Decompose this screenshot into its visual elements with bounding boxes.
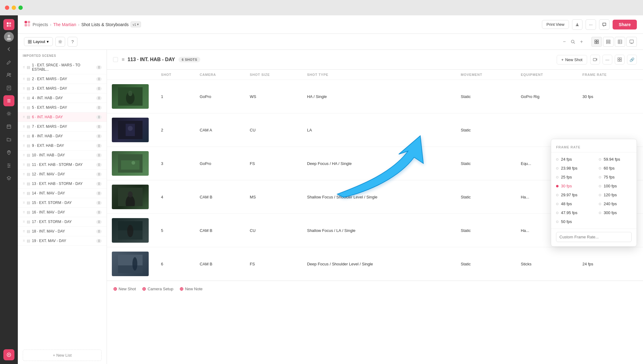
users-icon[interactable] — [3, 69, 14, 80]
minus-action-button[interactable]: — — [602, 55, 612, 65]
scene-item[interactable]: ⠿ ▤ 18 · INT. MAV - DAY 0 — [18, 227, 107, 236]
svg-rect-0 — [7, 22, 9, 24]
frame-rate-value[interactable]: 24 fps — [578, 247, 643, 281]
frame-rate-item-2997[interactable]: 29.97 fps — [551, 190, 594, 199]
location-icon[interactable] — [3, 147, 14, 158]
notification-icon[interactable] — [3, 349, 14, 360]
table-view-button[interactable] — [615, 37, 625, 47]
more-options-icon[interactable]: ··· — [586, 19, 596, 30]
scene-item[interactable]: ⠿ ▤ 7 · EXT. MARS - DAY 0 — [18, 122, 107, 131]
maximize-button[interactable] — [18, 6, 23, 10]
scene-item[interactable]: ⠿ ▤ 15 · EXT. STORM - DAY 0 — [18, 198, 107, 208]
frame-rate-item-120[interactable]: 120 fps — [594, 190, 637, 199]
frame-rate-item-4795[interactable]: 47.95 fps — [551, 208, 594, 217]
scene-item[interactable]: ⠿ ▤ 4 · INT. HAB - DAY 0 — [18, 93, 107, 103]
new-shot-footer-button[interactable]: ⊕ New Shot — [113, 286, 136, 292]
version-badge[interactable]: v1 ▾ — [131, 22, 141, 27]
layout-button[interactable]: Layout ▾ — [24, 37, 53, 46]
gear-icon[interactable] — [3, 108, 14, 119]
frame-rate-item-30[interactable]: 30 fps — [551, 182, 594, 190]
scene-item[interactable]: ⠿ ▤ 5 · EXT. MARS - DAY 0 — [18, 103, 107, 112]
scene-item-active[interactable]: ⠿ ▤ 6 · INT. HAB - DAY 0 — [18, 112, 107, 122]
frame-rate-item-60[interactable]: 60 fps — [594, 164, 637, 173]
comment-icon[interactable] — [599, 19, 610, 30]
frame-rate-item-300[interactable]: 300 fps — [594, 208, 637, 217]
sliders-icon[interactable] — [3, 160, 14, 171]
frame-rate-item-24[interactable]: 24 fps — [551, 155, 594, 164]
folder-icon[interactable] — [3, 134, 14, 145]
scene-icon: ▤ — [27, 77, 30, 81]
zoom-out-button[interactable]: − — [560, 37, 569, 46]
grid-view-button[interactable] — [591, 37, 602, 47]
svg-rect-31 — [28, 24, 30, 26]
frame-rate-item-100[interactable]: 100 fps — [594, 182, 637, 190]
custom-frame-rate-input[interactable] — [556, 232, 632, 242]
share-button[interactable]: Share — [613, 20, 637, 29]
back-icon[interactable] — [3, 44, 14, 55]
svg-rect-54 — [620, 58, 621, 59]
film-action-button[interactable] — [590, 55, 600, 65]
new-note-footer-button[interactable]: ⊕ New Note — [179, 286, 202, 292]
scene-item[interactable]: ⠿ ▤ 3 · EXT. MARS - DAY 0 — [18, 84, 107, 93]
toolbar: Layout ▾ ? − + — [18, 34, 643, 50]
new-list-button[interactable]: + New List — [23, 350, 102, 361]
svg-rect-64 — [121, 160, 139, 170]
layers-icon[interactable] — [3, 173, 14, 184]
svg-rect-53 — [618, 58, 619, 59]
svg-rect-15 — [7, 125, 11, 128]
frame-rate-value[interactable]: 30 fps — [578, 80, 643, 113]
frame-rate-item-25[interactable]: 25 fps — [551, 173, 594, 182]
scene-item[interactable]: ⠿ ▤ 11 · EXT. HAB - STORM - DAY 0 — [18, 160, 107, 170]
scene-item[interactable]: ⠿ ▤ 19 · EXT. MAV - DAY 0 — [18, 236, 107, 246]
grid-action-button[interactable] — [615, 55, 625, 65]
project-link[interactable]: The Martian — [53, 22, 76, 27]
breadcrumb-sep2: › — [78, 22, 80, 27]
frame-rate-item-48[interactable]: 48 fps — [551, 199, 594, 208]
preview-view-button[interactable] — [626, 37, 637, 47]
avatar[interactable] — [4, 32, 14, 42]
table-row[interactable]: 6 CAM B FS Deep Focus / Shoulder Level /… — [107, 247, 643, 281]
settings-icon[interactable] — [55, 37, 65, 47]
frame-rate-item-240[interactable]: 240 fps — [594, 199, 637, 208]
fr-radio — [556, 176, 559, 178]
link-action-button[interactable]: 🔗 — [627, 55, 637, 65]
table-row[interactable]: 1 GoPro WS HA / Single Static GoPro Rig … — [107, 80, 643, 113]
scene-item[interactable]: ⠿ ▤ 13 · EXT. HAB - STORM - DAY 0 — [18, 179, 107, 189]
download-icon[interactable] — [572, 19, 582, 30]
frame-rate-item-50[interactable]: 50 fps — [551, 217, 594, 226]
zoom-in-button[interactable]: + — [577, 37, 586, 46]
calendar-icon[interactable] — [3, 121, 14, 132]
pencil-icon[interactable] — [3, 57, 14, 68]
scene-item[interactable]: ⠿ ▤ 16 · INT. MAV - DAY 0 — [18, 208, 107, 217]
scene-item[interactable]: ⠿ ▤ 10 · INT. HAB - DAY 0 — [18, 151, 107, 160]
list-icon[interactable] — [3, 95, 14, 106]
scene-select-checkbox[interactable] — [113, 57, 118, 62]
new-shot-header-button[interactable]: + New Shot — [557, 55, 587, 65]
list-view-button[interactable] — [603, 37, 614, 47]
scene-item[interactable]: ⠿ ▤ 12 · INT. MAV - DAY 0 — [18, 170, 107, 179]
close-button[interactable] — [5, 6, 9, 10]
scene-item[interactable]: ⠿ ▤ 1 · EXT. SPACE - MARS - TO ESTABL...… — [18, 61, 107, 74]
minimize-button[interactable] — [12, 6, 16, 10]
print-view-button[interactable]: Print View — [542, 20, 569, 29]
fr-radio — [599, 194, 601, 196]
scene-item[interactable]: ⠿ ▤ 8 · INT. HAB - DAY 0 — [18, 131, 107, 141]
scene-item[interactable]: ⠿ ▤ 14 · INT. MAV - DAY 0 — [18, 189, 107, 198]
frame-rate-item-5994[interactable]: 59.94 fps — [594, 155, 637, 164]
camera-value: CAM A — [195, 113, 245, 147]
scene-item[interactable]: ⠿ ▤ 17 · EXT. STORM - DAY 0 — [18, 217, 107, 227]
scene-list-title: 113 · INT. HAB - DAY — [127, 57, 175, 62]
camera-setup-footer-button[interactable]: ⊕ Camera Setup — [142, 286, 173, 292]
help-icon[interactable]: ? — [68, 37, 77, 47]
scene-item[interactable]: ⠿ ▤ 9 · EXT. HAB - DAY 0 — [18, 141, 107, 151]
shot-thumbnail — [112, 151, 149, 176]
projects-link[interactable]: Projects — [33, 22, 48, 27]
scene-item[interactable]: ⠿ ▤ 2 · EXT. MARS - DAY 0 — [18, 74, 107, 84]
book-icon[interactable] — [3, 82, 14, 93]
frame-rate-item-2398[interactable]: 23.98 fps — [551, 164, 594, 173]
drag-icon: ⠿ — [23, 66, 25, 69]
fr-radio — [556, 221, 559, 223]
drag-icon: ⠿ — [23, 77, 25, 81]
thumbnail-cell — [107, 113, 156, 147]
frame-rate-item-75[interactable]: 75 fps — [594, 173, 637, 182]
